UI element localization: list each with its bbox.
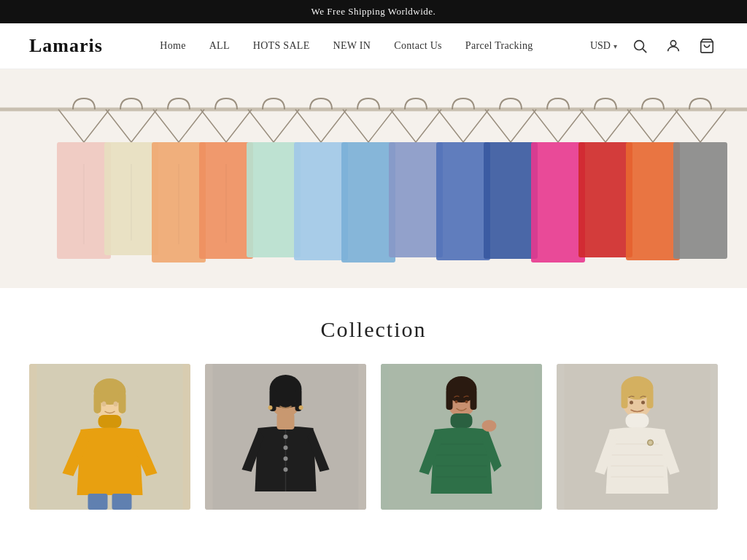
product-card-3[interactable] (381, 364, 542, 510)
product-image-2 (205, 364, 366, 510)
header-right: USD ▾ (590, 35, 718, 57)
chevron-down-icon: ▾ (614, 42, 617, 50)
svg-rect-27 (94, 392, 101, 413)
svg-rect-31 (112, 494, 132, 510)
svg-rect-66 (626, 413, 649, 428)
svg-point-33 (114, 402, 118, 407)
nav-parcel-tracking[interactable]: Parcel Tracking (465, 40, 533, 52)
main-nav: Home ALL HOTS SALE NEW IN Contact Us Par… (160, 40, 533, 52)
cart-button[interactable] (696, 35, 718, 57)
nav-contact-us[interactable]: Contact Us (394, 40, 442, 52)
svg-point-43 (284, 456, 288, 461)
account-button[interactable] (662, 35, 684, 57)
product-image-4 (557, 364, 718, 510)
nav-home[interactable]: Home (160, 40, 185, 52)
svg-rect-64 (622, 388, 628, 408)
svg-point-60 (465, 400, 468, 403)
svg-rect-30 (88, 494, 108, 510)
product-card-2[interactable] (205, 364, 366, 510)
svg-rect-53 (451, 413, 473, 428)
svg-point-47 (299, 405, 303, 410)
svg-point-46 (268, 405, 273, 410)
svg-point-41 (284, 435, 288, 439)
search-button[interactable] (629, 35, 651, 57)
svg-point-59 (455, 400, 458, 403)
cart-icon (699, 38, 715, 54)
announcement-text: We Free Shipping Worldwide. (311, 6, 436, 17)
svg-rect-16 (531, 142, 585, 262)
svg-point-44 (284, 467, 288, 472)
hero-banner (0, 69, 747, 288)
svg-rect-14 (436, 142, 490, 260)
svg-rect-18 (626, 142, 680, 260)
svg-rect-45 (277, 413, 295, 429)
svg-point-72 (649, 441, 652, 444)
svg-point-73 (630, 401, 633, 405)
svg-point-32 (102, 402, 107, 407)
currency-label: USD (590, 40, 611, 52)
product-grid (29, 364, 718, 510)
svg-point-0 (635, 41, 644, 50)
svg-point-58 (482, 420, 497, 432)
product-card-4[interactable] (557, 364, 718, 510)
hero-image (0, 69, 747, 288)
svg-rect-51 (446, 389, 453, 410)
logo[interactable]: Lamaris (29, 35, 103, 57)
announcement-bar: We Free Shipping Worldwide. (0, 0, 747, 23)
header: Lamaris Home ALL HOTS SALE NEW IN Contac… (0, 23, 747, 69)
collection-title: Collection (29, 317, 718, 342)
nav-all[interactable]: ALL (209, 40, 230, 52)
svg-point-39 (271, 400, 301, 408)
svg-rect-15 (484, 142, 538, 259)
svg-rect-19 (673, 142, 727, 259)
nav-hots-sale[interactable]: HOTS SALE (253, 40, 310, 52)
collection-section: Collection (0, 288, 747, 524)
svg-point-42 (284, 446, 288, 450)
currency-selector[interactable]: USD ▾ (590, 40, 617, 52)
svg-point-74 (641, 401, 645, 405)
svg-line-1 (643, 49, 646, 52)
account-icon (665, 38, 681, 54)
search-icon (632, 38, 648, 54)
svg-rect-65 (647, 388, 654, 408)
svg-rect-10 (247, 142, 301, 257)
svg-rect-29 (98, 415, 122, 428)
svg-rect-12 (341, 142, 395, 262)
svg-rect-28 (119, 392, 126, 413)
svg-rect-11 (294, 142, 348, 260)
nav-new-in[interactable]: NEW IN (333, 40, 371, 52)
product-card-1[interactable] (29, 364, 190, 510)
product-image-1 (29, 364, 190, 510)
svg-point-2 (670, 41, 676, 46)
svg-rect-52 (471, 389, 477, 410)
svg-rect-13 (389, 142, 443, 257)
product-image-3 (381, 364, 542, 510)
svg-rect-17 (578, 142, 632, 257)
